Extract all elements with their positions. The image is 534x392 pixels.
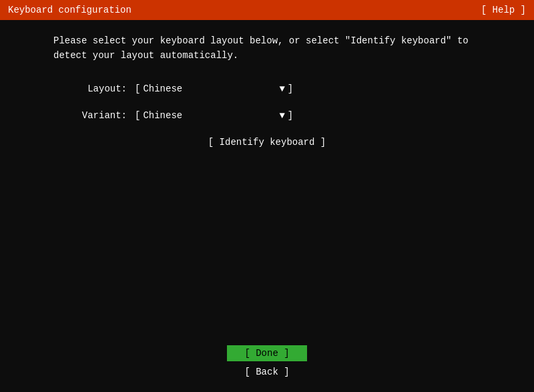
help-button[interactable]: [ Help ] [481, 5, 526, 15]
layout-row: Layout: [ Chinese ▼ ] [53, 83, 481, 94]
identify-keyboard-row: [ Identify keyboard ] [53, 137, 481, 148]
main-content: Please select your keyboard layout below… [0, 20, 534, 392]
bottom-action-bar: [ Done ] [ Back ] [0, 339, 534, 392]
title-bar: Keyboard configuration [ Help ] [0, 0, 534, 20]
layout-dropdown[interactable]: [ Chinese ▼ ] [135, 83, 293, 94]
variant-bracket-close: ] [288, 110, 293, 121]
variant-label: Variant: [53, 110, 127, 121]
description-line1: Please select your keyboard layout below… [53, 33, 481, 48]
description-line2: detect your layout automatically. [53, 48, 481, 63]
variant-bracket-open: [ [135, 110, 140, 121]
description-text: Please select your keyboard layout below… [53, 33, 481, 63]
back-button[interactable]: [ Back ] [227, 365, 307, 379]
variant-value: Chinese [143, 110, 276, 121]
window-title: Keyboard configuration [8, 5, 131, 15]
done-button[interactable]: [ Done ] [227, 345, 307, 361]
variant-arrow: ▼ [279, 110, 284, 121]
variant-dropdown[interactable]: [ Chinese ▼ ] [135, 110, 293, 121]
variant-row: Variant: [ Chinese ▼ ] [53, 110, 481, 121]
layout-label: Layout: [53, 83, 127, 94]
layout-bracket-close: ] [288, 83, 293, 94]
layout-arrow: ▼ [279, 83, 284, 94]
layout-value: Chinese [143, 83, 276, 94]
layout-bracket-open: [ [135, 83, 140, 94]
identify-keyboard-button[interactable]: [ Identify keyboard ] [208, 137, 326, 148]
